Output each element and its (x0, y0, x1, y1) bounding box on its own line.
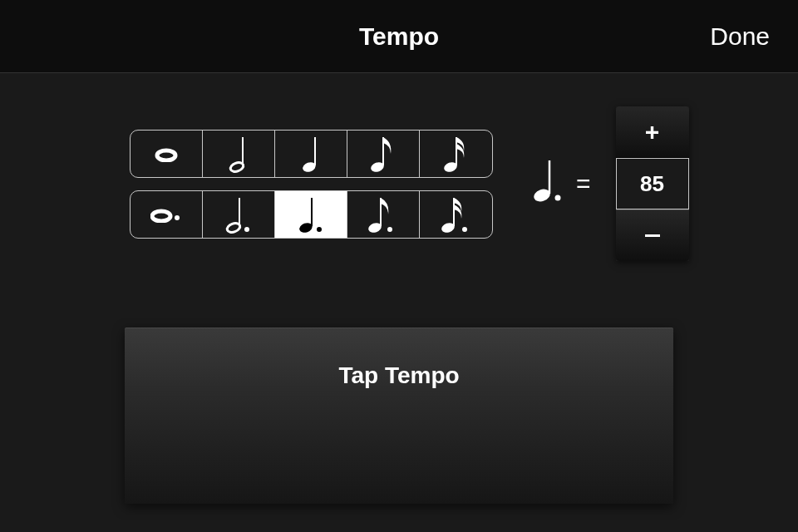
done-button[interactable]: Done (710, 22, 770, 51)
tempo-value: 85 (616, 158, 689, 209)
tempo-decrease-button[interactable] (616, 209, 689, 261)
note-row-dotted (130, 190, 493, 239)
equals-sign: = (576, 170, 591, 198)
svg-point-9 (152, 211, 170, 221)
note-dotted-eighth[interactable] (347, 191, 420, 238)
page-title: Tempo (359, 22, 439, 51)
sixteenth-note-icon (444, 134, 469, 174)
note-quarter[interactable] (275, 131, 347, 177)
quarter-note-icon (301, 134, 321, 174)
eighth-note-icon (371, 134, 396, 174)
dotted-whole-note-icon (150, 206, 182, 223)
note-sixteenth[interactable] (420, 131, 492, 177)
svg-point-25 (555, 195, 561, 201)
content: = + 85 Tap Tempo (0, 73, 798, 504)
dotted-sixteenth-note-icon (441, 195, 471, 234)
note-eighth[interactable] (347, 131, 420, 177)
whole-note-icon (154, 145, 179, 162)
minus-icon (645, 234, 660, 237)
tempo-equation: = (533, 159, 591, 209)
tap-tempo-label: Tap Tempo (338, 362, 459, 388)
svg-point-19 (387, 227, 392, 232)
note-dotted-quarter[interactable] (275, 191, 347, 238)
note-dotted-sixteenth[interactable] (420, 191, 492, 238)
dotted-half-note-icon (225, 195, 252, 234)
note-dotted-half[interactable] (203, 191, 275, 238)
dotted-quarter-note-icon (298, 195, 324, 234)
note-whole[interactable] (131, 131, 203, 177)
note-half[interactable] (203, 131, 275, 177)
tempo-increase-button[interactable]: + (616, 106, 689, 158)
tempo-stepper: + 85 (616, 106, 689, 261)
svg-point-2 (229, 160, 244, 173)
tap-tempo-button[interactable]: Tap Tempo (125, 328, 673, 504)
svg-point-12 (226, 221, 241, 234)
note-row-plain (130, 130, 493, 178)
selected-note-display (533, 159, 566, 209)
svg-point-10 (175, 215, 180, 220)
plus-icon: + (645, 120, 660, 145)
dotted-eighth-note-icon (368, 195, 398, 234)
svg-point-0 (157, 150, 175, 160)
svg-point-13 (244, 227, 249, 232)
svg-point-22 (462, 227, 467, 232)
half-note-icon (229, 134, 249, 174)
header: Tempo Done (0, 0, 798, 73)
dotted-quarter-note-icon (533, 159, 566, 205)
tempo-controls-row: = + 85 (0, 106, 798, 261)
note-value-grid (130, 130, 493, 239)
svg-point-16 (317, 227, 322, 232)
note-dotted-whole[interactable] (131, 191, 203, 238)
